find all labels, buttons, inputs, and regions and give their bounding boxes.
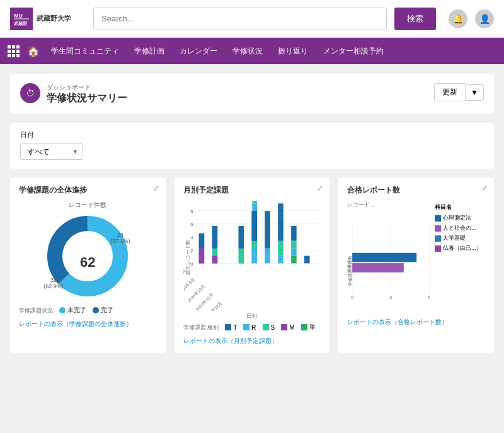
svg-rect-43 xyxy=(291,256,297,264)
legend-shinri: 心理測定法 xyxy=(435,214,485,222)
chart1-legend: 学修課題状況 未完了 完了 xyxy=(19,306,157,315)
chart1-title: 学修課題の全体進捗 xyxy=(19,185,157,196)
chart-card-hbar: 合格レポート数 ⤢ レコード... 0 3 6 xyxy=(338,177,494,353)
nav-item-review[interactable]: 振り返り xyxy=(272,38,314,64)
svg-rect-36 xyxy=(251,241,257,249)
svg-text:MU: MU xyxy=(14,13,23,19)
svg-text:4: 4 xyxy=(190,235,193,240)
svg-rect-46 xyxy=(291,226,297,241)
grid-menu-icon[interactable] xyxy=(8,45,20,57)
legend-box-tan xyxy=(301,324,307,330)
header: MU 武蔵野 武蔵野大学 検索 🔔 👤 xyxy=(0,0,504,38)
nav-item-status[interactable]: 学修状況 xyxy=(226,38,269,64)
date-select[interactable]: すべて 今月 今年 xyxy=(20,143,83,160)
search-input[interactable] xyxy=(93,8,387,30)
legend-box-hito xyxy=(435,225,441,232)
dashboard-subtitle: ダッシュボード xyxy=(47,83,127,92)
search-button[interactable]: 検索 xyxy=(394,8,436,30)
dashboard-header-card: ⏱ ダッシュボード 学修状況サマリー 更新 ▼ xyxy=(10,74,494,114)
segment-label-incomplete: 39(62.9%) xyxy=(43,277,64,290)
expand-icon-2[interactable]: ⤢ xyxy=(317,184,323,193)
donut-label-top: レコード件数 xyxy=(69,201,106,210)
svg-rect-44 xyxy=(291,249,297,256)
home-icon[interactable]: 🏠 xyxy=(27,45,40,57)
legend-M: M xyxy=(281,324,294,331)
logo-icon: MU 武蔵野 xyxy=(10,8,33,30)
nav-item-plan[interactable]: 学修計画 xyxy=(128,38,171,64)
chart2-footer-link[interactable]: レポートの表示（月別予定課題） xyxy=(183,337,321,346)
legend-butsu-label: 仏養（白己...） xyxy=(443,244,482,252)
legend-dot-complete xyxy=(93,307,99,313)
chart3-legend: 科目名 心理測定法 人と社会の... 大学基礎 xyxy=(435,201,485,313)
svg-rect-35 xyxy=(251,249,257,264)
svg-rect-45 xyxy=(291,241,297,249)
segment-label-complete: 23(37.1%) xyxy=(110,232,130,244)
svg-rect-40 xyxy=(278,256,284,264)
legend-tan: 単 xyxy=(301,323,316,332)
svg-text:6: 6 xyxy=(428,295,430,300)
legend-box-S xyxy=(263,324,269,330)
chart2-title: 月別予定課題 xyxy=(183,185,321,196)
legend-S: S xyxy=(263,324,275,331)
expand-icon-1[interactable]: ⤢ xyxy=(153,184,159,193)
legend-label: 学修課題状況 xyxy=(19,306,53,315)
legend-hito: 人と社会の... xyxy=(435,224,485,232)
svg-rect-32 xyxy=(212,226,217,249)
legend-butsu: 仏養（白己...） xyxy=(435,244,485,252)
svg-text:武蔵野: 武蔵野 xyxy=(14,21,27,26)
expand-icon-3[interactable]: ⤢ xyxy=(481,184,488,193)
legend-shinri-label: 心理測定法 xyxy=(443,214,471,222)
nav-item-mentor[interactable]: メンター相談予約 xyxy=(317,38,390,64)
chart2-legend-header: 学修課題 種別 xyxy=(183,323,219,332)
svg-rect-33 xyxy=(238,249,244,264)
legend-complete-label: 完了 xyxy=(101,306,113,315)
user-avatar[interactable]: 👤 xyxy=(475,9,494,28)
donut-chart-container: レコード件数 62 23(37.1%) 39(62.9%) xyxy=(19,201,157,302)
chart3-title: 合格レポート数 xyxy=(347,185,485,196)
svg-rect-34 xyxy=(238,226,244,249)
legend-hito-label: 人と社会の... xyxy=(443,224,476,232)
notification-icon[interactable]: 🔔 xyxy=(449,9,467,28)
svg-rect-66 xyxy=(352,253,416,262)
legend-dot-incomplete xyxy=(59,307,66,313)
date-filter-label: 日付 xyxy=(20,130,484,140)
chart1-footer-link[interactable]: レポートの表示（学修課題の全体進捗） xyxy=(19,320,157,329)
legend-R: R xyxy=(243,324,256,331)
svg-rect-38 xyxy=(265,249,270,264)
svg-rect-28 xyxy=(198,249,204,264)
svg-rect-29 xyxy=(198,233,204,249)
update-button[interactable]: 更新 xyxy=(434,83,465,101)
charts-row: 学修課題の全体進捗 ⤢ レコード件数 62 23(37.1%) 39(62.9%… xyxy=(10,177,494,353)
svg-text:総生レコード数: 総生レコード数 xyxy=(185,240,190,276)
navigation: 🏠 学生間コミュニティ 学修計画 カレンダー 学修状況 振り返り メンター相談予… xyxy=(0,38,504,64)
date-filter-card: 日付 すべて 今月 今年 xyxy=(10,123,494,169)
svg-rect-39 xyxy=(265,211,270,248)
logo-text: 武蔵野大学 xyxy=(37,14,71,23)
svg-rect-47 xyxy=(304,256,310,264)
legend-complete: 完了 xyxy=(93,306,113,315)
chart3-legend-title: 科目名 xyxy=(435,203,485,211)
svg-text:未完了: 未完了 xyxy=(347,259,350,273)
legend-box-T xyxy=(225,324,231,330)
chart3-footer-link[interactable]: レポートの表示（合格レポート数） xyxy=(347,318,485,327)
donut-wrapper: 62 23(37.1%) 39(62.9%) xyxy=(43,212,132,302)
svg-text:3: 3 xyxy=(390,295,392,300)
nav-item-calendar[interactable]: カレンダー xyxy=(173,38,224,64)
svg-text:0: 0 xyxy=(190,261,193,267)
dashboard-icon: ⏱ xyxy=(20,83,40,103)
hbar-chart-svg: 0 3 6 学修課題種類数 未完了 xyxy=(347,210,430,311)
dashboard-titles: ダッシュボード 学修状況サマリー xyxy=(47,83,127,105)
chart2-x-label: 日付 xyxy=(183,312,321,320)
legend-box-shinri xyxy=(435,215,441,222)
svg-rect-31 xyxy=(212,249,217,256)
page-content: ⏱ ダッシュボード 学修状況サマリー 更新 ▼ 日付 すべて 今月 今年 学修課… xyxy=(0,64,504,363)
legend-daigaku-label: 大学基礎 xyxy=(443,234,466,242)
dashboard-title-area: ⏱ ダッシュボード 学修状況サマリー xyxy=(20,83,127,105)
nav-item-community[interactable]: 学生間コミュニティ xyxy=(45,38,125,64)
svg-rect-24 xyxy=(252,201,257,203)
update-dropdown-button[interactable]: ▼ xyxy=(465,84,484,101)
svg-rect-67 xyxy=(352,263,404,273)
chart2-legend: 学修課題 種別 T R S M 単 xyxy=(183,323,321,332)
legend-T: T xyxy=(225,324,237,331)
svg-text:0: 0 xyxy=(352,295,354,300)
